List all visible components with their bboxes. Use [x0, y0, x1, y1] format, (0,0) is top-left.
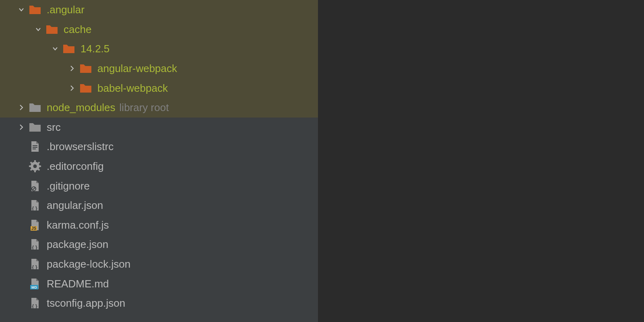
tree-item-label: cache [64, 24, 91, 35]
chevron-down-icon[interactable] [51, 44, 60, 53]
chevron-right-icon[interactable] [17, 123, 26, 132]
tree-item-label: .angular [47, 4, 85, 15]
folder-icon [29, 121, 41, 133]
tree-item-label: babel-webpack [97, 83, 168, 93]
tree-item-gitignore[interactable]: .gitignore [0, 176, 318, 196]
tree-item-tsconfig-app[interactable]: tsconfig.app.json [0, 293, 318, 313]
tree-item-readme[interactable]: README.md [0, 274, 318, 293]
workspace: .angularcache14.2.5angular-webpackbabel-… [0, 0, 644, 322]
folder-excluded-icon [46, 23, 58, 35]
tree-item-src[interactable]: src [0, 118, 318, 137]
tree-item-v14-2-5[interactable]: 14.2.5 [0, 39, 318, 59]
tree-item-node-modules[interactable]: node_moduleslibrary root [0, 98, 318, 118]
tree-item-label: tsconfig.app.json [47, 298, 125, 308]
json-file-icon [29, 297, 41, 309]
tree-item-label: angular-webpack [97, 63, 177, 74]
chevron-down-icon[interactable] [17, 5, 26, 14]
folder-excluded-icon [29, 4, 41, 16]
tree-item-label: .gitignore [47, 181, 90, 191]
tree-item-angular-webpack[interactable]: angular-webpack [0, 59, 318, 78]
tree-item-label: package.json [47, 239, 108, 250]
chevron-right-icon[interactable] [68, 64, 76, 73]
tree-item-angular-json[interactable]: angular.json [0, 196, 318, 215]
tree-item-suffix: library root [120, 101, 169, 114]
tree-item-angular[interactable]: .angular [0, 0, 318, 20]
tree-item-label: README.md [47, 279, 109, 289]
gear-icon [29, 160, 41, 172]
folder-excluded-icon [63, 43, 75, 55]
markdown-file-icon [29, 278, 41, 290]
js-file-icon [29, 219, 41, 231]
tree-item-label: 14.2.5 [80, 43, 109, 54]
tree-item-browserslistrc[interactable]: .browserslistrc [0, 137, 318, 157]
folder-excluded-icon [80, 82, 92, 94]
tree-item-label: .browserslistrc [47, 141, 114, 152]
tree-item-label: angular.json [47, 200, 103, 211]
editor-area [318, 0, 644, 322]
tree-item-editorconfig[interactable]: .editorconfig [0, 157, 318, 176]
tree-item-package-json[interactable]: package.json [0, 235, 318, 254]
chevron-right-icon[interactable] [68, 84, 76, 93]
chevron-right-icon[interactable] [17, 103, 26, 112]
tree-item-babel-webpack[interactable]: babel-webpack [0, 78, 318, 98]
chevron-down-icon[interactable] [34, 25, 43, 34]
folder-excluded-icon [80, 62, 92, 74]
tree-item-label: node_modules [47, 102, 116, 113]
project-tree: .angularcache14.2.5angular-webpackbabel-… [0, 0, 318, 313]
tree-item-cache[interactable]: cache [0, 20, 318, 39]
tree-item-karma-conf[interactable]: karma.conf.js [0, 215, 318, 235]
folder-icon [29, 101, 41, 114]
tree-item-label: src [47, 122, 61, 132]
gitignore-icon [29, 180, 41, 192]
tree-item-package-lock[interactable]: package-lock.json [0, 254, 318, 274]
tree-item-label: package-lock.json [47, 259, 130, 269]
text-file-icon [29, 140, 41, 153]
tree-item-label: .editorconfig [47, 161, 104, 171]
json-file-icon [29, 258, 41, 270]
json-file-icon [29, 199, 41, 211]
project-tree-panel[interactable]: .angularcache14.2.5angular-webpackbabel-… [0, 0, 318, 322]
json-file-icon [29, 238, 41, 250]
tree-item-label: karma.conf.js [47, 220, 109, 230]
